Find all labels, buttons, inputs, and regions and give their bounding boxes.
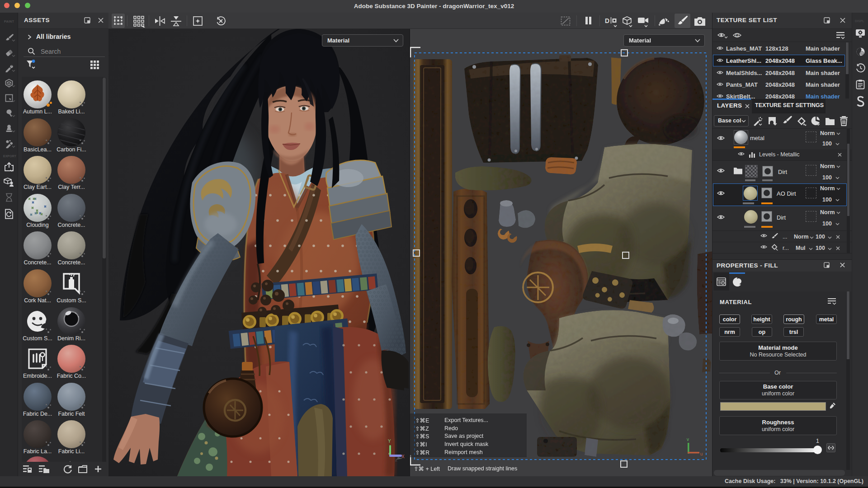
svg-text:X: X: [401, 454, 405, 459]
svg-text:Z: Z: [395, 458, 397, 462]
svg-text:u: u: [700, 451, 703, 456]
svg-text:Y: Y: [388, 439, 391, 444]
svg-text:1: 1: [736, 34, 738, 37]
svg-text:v: v: [687, 437, 689, 442]
svg-text:D: D: [605, 17, 609, 24]
